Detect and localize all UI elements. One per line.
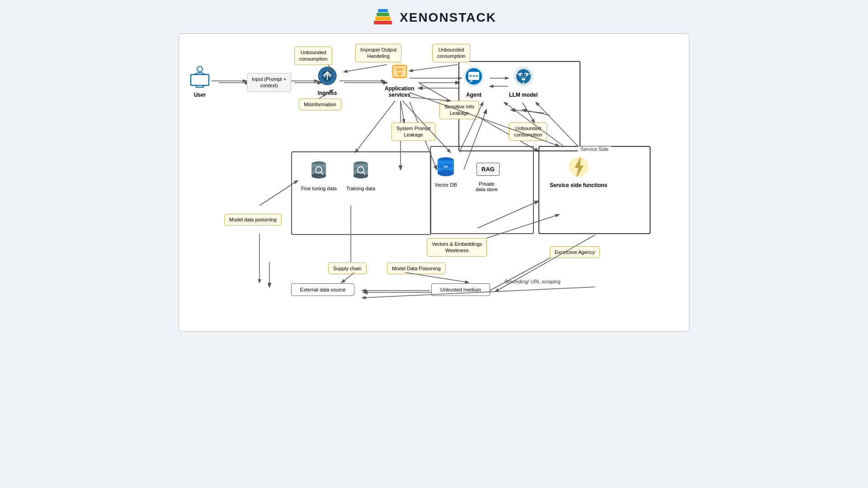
model-poisoning-2-box: Model Data Poisoning [387,263,446,274]
training-data-node: Training data [346,160,375,191]
svg-point-36 [476,75,478,77]
svg-point-66 [354,167,368,171]
vector-db-icon: DB [434,156,457,180]
unbounded-2-box: Unboundedconsumption [432,44,470,62]
rag-node: RAG [476,163,500,178]
external-data-source-text: External data source [300,287,346,292]
system-prompt-text: System PromptLeakage [396,126,430,137]
unbounded-3-text: Unboundedconsumption [514,126,542,137]
agent-icon [462,65,486,90]
vector-db-node: DB Vector DB [434,156,457,188]
system-prompt-node: System PromptLeakage [392,122,435,141]
input-prompt-box: Input (Prompt +context) [247,73,291,92]
model-poisoning-2-text: Model Data Poisoning [392,266,441,271]
misinformation-text: Misinformation [304,102,336,107]
sensitive-info-text: Sensitive InfoLeakage [444,104,474,116]
svg-rect-1 [375,17,391,20]
input-prompt-text: Input (Prompt +context) [252,76,286,88]
misinformation-box: Misinformation [299,99,341,110]
excessive-agency-node: Excessive Agency [550,246,600,258]
sensitive-info-node: Sensitive InfoLeakage [439,101,479,119]
lightning-icon [567,155,590,180]
grounding-url-label: Grounding/ URL scraping [505,279,561,284]
model-poisoning-1-node: Model data poisoning [224,214,282,225]
ingress-node: Ingress [317,66,338,96]
app-services-label: Applicationservices [385,85,414,98]
model-poisoning-1-box: Model data poisoning [224,214,282,225]
unbounded-3-node: Unboundedconsumption [509,122,547,141]
user-label: User [194,92,206,98]
supply-chain-box: Supply chain [328,263,367,274]
logo-text: XENONSTACK [400,10,496,25]
unbounded-2-node: Unboundedconsumption [432,44,470,62]
svg-point-65 [354,173,368,178]
vectors-weakness-text: Vectors & EmbeddingsWeekness [432,241,482,253]
fine-tuning-label: Fine tuning data [301,186,337,191]
unbounded-1-node: Unboundedconsumption [294,47,332,65]
external-data-source-box: External data source [291,283,354,296]
service-side-functions-label: Service side functions [550,182,607,188]
user-icon [188,65,212,90]
llm-node: LLM model [509,65,538,98]
llm-label: LLM model [509,92,538,98]
svg-point-24 [197,66,203,72]
app-services-icon: AWS [389,61,410,84]
agent-node: Agent [462,65,486,98]
diagram-container: Service Side User Input (Prompt +context… [179,33,689,332]
excessive-agency-box: Excessive Agency [550,246,600,258]
fine-tuning-node: Fine tuning data [301,160,337,191]
training-data-icon [349,160,372,184]
supply-chain-text: Supply chain [333,266,362,271]
system-prompt-box: System PromptLeakage [392,122,435,141]
svg-rect-20 [191,75,209,85]
svg-point-34 [470,75,472,77]
unbounded-1-text: Unboundedconsumption [299,50,327,61]
xenonstack-logo-icon [372,8,394,27]
svg-line-91 [410,65,458,71]
model-poisoning-2-node: Model Data Poisoning [387,263,446,274]
vectors-weakness-node: Vectors & EmbeddingsWeekness [427,238,487,257]
svg-rect-0 [374,21,392,24]
untrusted-medium-box: Untrusted medium [431,283,490,296]
untrusted-medium-text: Untrusted medium [440,287,481,292]
untrusted-medium-node: Untrusted medium [431,283,490,296]
svg-point-53 [438,170,454,176]
svg-point-58 [311,173,326,178]
svg-rect-3 [378,9,388,12]
fine-tuning-icon [307,160,330,184]
svg-line-92 [344,65,387,72]
agent-label: Agent [466,92,481,98]
ingress-label: Ingress [318,90,337,96]
external-data-source-node: External data source [291,283,354,296]
svg-rect-2 [377,13,389,16]
svg-point-35 [473,75,475,77]
svg-line-94 [410,97,450,101]
service-side-label: Service Side [578,146,611,152]
unbounded-1-box: Unboundedconsumption [294,47,332,65]
unbounded-2-text: Unboundedconsumption [437,47,465,59]
excessive-agency-text: Excessive Agency [555,249,595,255]
improper-output-box: Improper OutputHandeling [355,44,401,62]
app-services-node: AWS Applicationservices [385,61,414,98]
supply-chain-node: Supply chain [328,263,367,274]
svg-line-75 [355,101,395,152]
ingress-icon [317,66,338,88]
input-prompt-node: Input (Prompt +context) [247,73,291,92]
svg-text:DB: DB [444,165,448,168]
vectors-weakness-box: Vectors & EmbeddingsWeekness [427,238,487,257]
private-data-store-node: Privatedata store [476,179,498,192]
vector-db-label: Vector DB [434,182,457,188]
svg-point-59 [311,167,326,171]
improper-output-text: Improper OutputHandeling [360,47,396,59]
unbounded-3-box: Unboundedconsumption [509,122,547,141]
rag-icon: RAG [476,163,500,176]
misinformation-node: Misinformation [299,99,341,110]
service-side-functions-node: Service side functions [550,155,607,188]
svg-line-95 [401,101,404,122]
sensitive-info-box: Sensitive InfoLeakage [439,101,479,119]
improper-output-node: Improper OutputHandeling [355,44,401,62]
user-node: User [188,65,212,98]
model-poisoning-1-text: Model data poisoning [229,217,277,222]
svg-text:AWS: AWS [396,70,404,74]
private-data-store-label: Privatedata store [476,181,498,192]
